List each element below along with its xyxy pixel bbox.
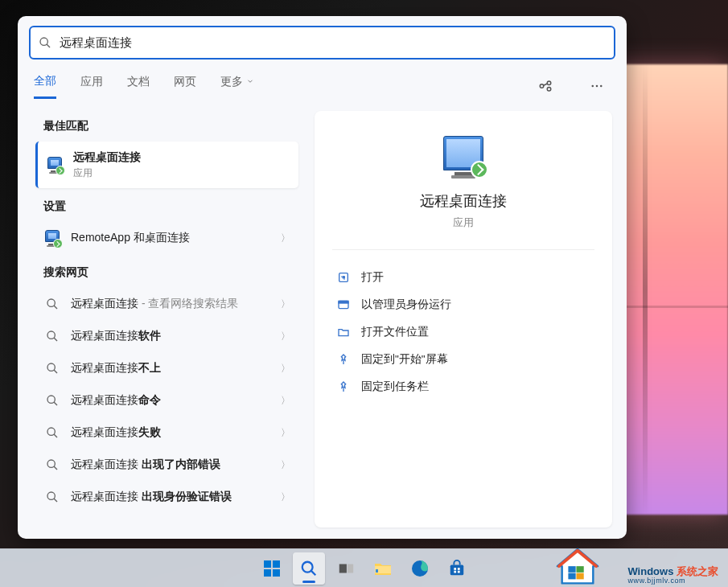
tab-all[interactable]: 全部 [34,74,56,99]
action-label: 打开 [361,270,384,285]
taskbar-start-button[interactable] [256,552,288,585]
detail-pane: 远程桌面连接 应用 打开 以管理员身份运行 打开文件位置 [303,100,627,539]
svg-rect-32 [339,564,346,573]
chevron-right-icon: 〉 [281,330,290,343]
svg-rect-36 [450,564,463,575]
svg-point-0 [40,38,47,45]
svg-rect-38 [457,568,459,570]
action-label: 打开文件位置 [361,325,429,339]
store-icon [448,560,466,577]
action-label: 固定到"开始"屏幕 [361,352,448,367]
svg-rect-45 [576,573,583,580]
svg-point-30 [302,561,312,572]
windows-logo-icon [262,559,282,578]
tab-web[interactable]: 网页 [174,75,196,97]
taskview-icon [337,560,355,577]
search-icon [43,488,61,506]
web-result[interactable]: 远程桌面连接 出现了内部错误〉 [35,449,298,481]
detail-app-icon [440,133,487,180]
best-match-text: 远程桌面连接 应用 [73,150,290,180]
start-search-panel: 全部 应用 文档 网页 更多 最佳匹配 远程桌面连接 应用 设置 [18,16,627,539]
svg-line-12 [54,338,57,341]
action-run-as-admin[interactable]: 以管理员身份运行 [332,292,594,318]
section-settings: 设置 [43,199,298,214]
search-icon [43,327,61,345]
result-label: 远程桌面连接 出现身份验证错误 [71,490,281,504]
result-label: 远程桌面连接软件 [71,329,281,343]
result-label: 远程桌面连接失败 [71,425,281,440]
svg-point-11 [47,331,55,339]
chevron-right-icon: 〉 [281,232,290,245]
taskbar-edge-button[interactable] [404,552,436,585]
svg-line-1 [47,44,50,47]
web-result[interactable]: 远程桌面连接不上〉 [35,352,298,384]
taskbar-search-button[interactable] [293,552,325,585]
result-label: 远程桌面连接 - 查看网络搜索结果 [71,297,281,311]
search-icon [39,36,51,49]
search-icon [300,560,318,577]
detail-title: 远程桌面连接 [420,191,507,211]
web-result[interactable]: 远程桌面连接 出现身份验证错误〉 [35,481,298,513]
action-label: 固定到任务栏 [361,380,429,394]
web-result[interactable]: 远程桌面连接命令〉 [35,384,298,417]
tab-more[interactable]: 更多 [220,75,254,97]
svg-rect-27 [273,560,280,568]
open-icon [337,271,350,284]
web-result[interactable]: 远程桌面连接失败〉 [35,417,298,449]
chevron-right-icon: 〉 [281,426,290,440]
svg-point-19 [47,460,55,467]
search-icon [43,456,61,474]
web-result[interactable]: 远程桌面连接软件〉 [35,320,298,352]
search-icon [43,424,61,441]
svg-rect-44 [568,573,575,580]
svg-point-3 [547,81,551,85]
svg-point-15 [47,396,55,403]
action-open-file-location[interactable]: 打开文件位置 [332,319,594,345]
tab-docs[interactable]: 文档 [127,75,150,97]
action-label: 以管理员身份运行 [361,298,451,312]
svg-rect-43 [576,566,583,573]
share-control-icon[interactable] [532,72,559,100]
svg-rect-28 [264,569,271,577]
more-options-icon[interactable] [583,72,611,100]
edge-icon [410,559,430,578]
action-pin-to-start[interactable]: 固定到"开始"屏幕 [332,347,594,372]
svg-rect-25 [339,301,348,303]
svg-line-5 [544,84,548,85]
chevron-right-icon: 〉 [281,298,290,311]
pin-icon [337,380,350,393]
result-label: RemoteApp 和桌面连接 [71,231,281,245]
watermark-house-icon [554,546,601,586]
svg-rect-26 [264,560,271,568]
action-list: 打开 以管理员身份运行 打开文件位置 固定到"开始"屏幕 [332,265,594,400]
svg-point-13 [47,363,55,371]
chevron-right-icon: 〉 [281,394,290,408]
chevron-right-icon: 〉 [281,362,290,376]
taskbar-store-button[interactable] [441,552,473,585]
result-label: 远程桌面连接 出现了内部错误 [71,458,281,472]
section-web: 搜索网页 [43,265,298,280]
chevron-down-icon [246,77,254,85]
svg-rect-29 [273,569,280,577]
settings-result-remoteapp[interactable]: RemoteApp 和桌面连接 〉 [35,222,298,254]
search-input[interactable] [60,36,606,50]
action-open[interactable]: 打开 [332,265,594,290]
best-match-result[interactable]: 远程桌面连接 应用 [35,142,298,188]
detail-card: 远程桌面连接 应用 打开 以管理员身份运行 打开文件位置 [315,111,612,527]
svg-rect-39 [454,570,456,573]
result-label: 远程桌面连接不上 [71,361,281,376]
detail-subtitle: 应用 [453,216,474,230]
web-result[interactable]: 远程桌面连接 - 查看网络搜索结果〉 [35,288,298,320]
search-bar[interactable] [29,26,615,60]
taskbar-taskview-button[interactable] [330,552,362,585]
action-pin-to-taskbar[interactable]: 固定到任务栏 [332,374,594,400]
result-label: 远程桌面连接命令 [71,393,281,408]
svg-point-4 [547,88,551,92]
search-icon [43,359,61,377]
svg-line-20 [54,466,57,470]
taskbar-explorer-button[interactable] [367,552,399,585]
pin-icon [337,353,350,366]
chevron-right-icon: 〉 [281,458,290,472]
tab-apps[interactable]: 应用 [80,75,103,97]
search-icon [43,295,61,313]
